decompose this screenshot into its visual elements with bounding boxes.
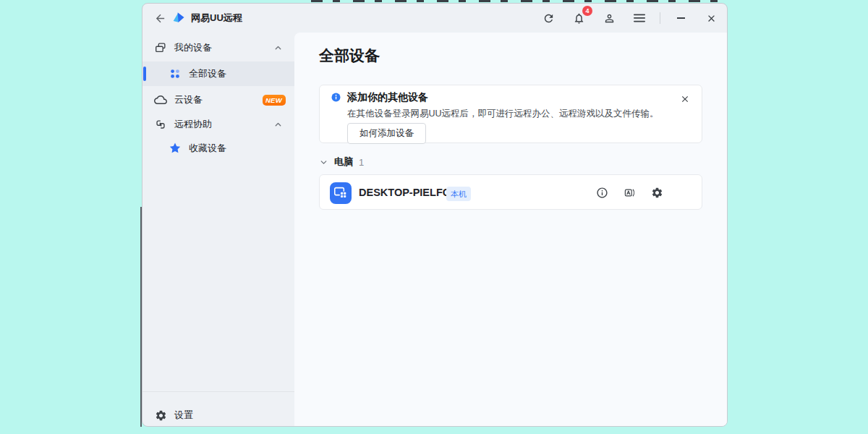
app-title: 网易UU远程 bbox=[191, 12, 242, 25]
menu-button[interactable] bbox=[629, 8, 650, 28]
notification-count-badge: 4 bbox=[582, 6, 592, 16]
device-settings-button[interactable] bbox=[650, 186, 664, 200]
account-button[interactable] bbox=[599, 8, 619, 28]
devices-icon bbox=[153, 41, 168, 55]
sidebar-item-my-devices[interactable]: 我的设备 bbox=[142, 37, 294, 59]
refresh-button[interactable] bbox=[538, 8, 558, 28]
info-circle-icon bbox=[596, 187, 608, 199]
sidebar-item-settings[interactable]: 设置 bbox=[142, 404, 294, 427]
titlebar-divider bbox=[660, 12, 660, 24]
remote-assist-icon bbox=[153, 117, 168, 132]
app-window: 网易UU远程 4 bbox=[142, 3, 728, 427]
new-badge: NEW bbox=[263, 95, 286, 106]
titlebar: 网易UU远程 4 bbox=[142, 4, 727, 33]
chevron-down-icon bbox=[319, 158, 328, 167]
device-group-label: 电脑 bbox=[334, 156, 353, 169]
local-machine-badge: 本机 bbox=[446, 187, 471, 201]
info-filled-icon bbox=[331, 92, 341, 103]
close-icon bbox=[680, 94, 690, 104]
arrow-left-icon bbox=[154, 12, 166, 25]
sidebar-divider bbox=[142, 391, 294, 392]
person-icon bbox=[603, 12, 616, 25]
sidebar-item-label: 我的设备 bbox=[174, 41, 212, 54]
minimize-icon bbox=[677, 17, 685, 19]
sidebar-item-label: 远程协助 bbox=[174, 118, 212, 131]
refresh-icon bbox=[542, 12, 555, 25]
back-button[interactable] bbox=[150, 8, 170, 28]
banner-title: 添加你的其他设备 bbox=[347, 91, 428, 104]
selected-indicator bbox=[143, 67, 146, 81]
chevron-up-icon bbox=[273, 43, 283, 53]
device-name: DESKTOP-PIELFOT bbox=[359, 187, 457, 198]
grid-dots-icon bbox=[168, 67, 182, 81]
device-row[interactable]: DESKTOP-PIELFOT 本机 bbox=[319, 174, 702, 210]
device-info-button[interactable] bbox=[595, 186, 609, 200]
sidebar-item-label: 云设备 bbox=[174, 93, 203, 106]
device-actions bbox=[595, 186, 664, 200]
sidebar-item-label: 全部设备 bbox=[189, 67, 226, 80]
how-to-add-device-button[interactable]: 如何添加设备 bbox=[347, 123, 426, 144]
close-icon bbox=[706, 13, 717, 24]
titlebar-actions: 4 bbox=[538, 8, 721, 28]
sidebar-item-favorite-devices[interactable]: 收藏设备 bbox=[142, 137, 294, 159]
gear-icon bbox=[651, 187, 663, 199]
sidebar-item-label: 收藏设备 bbox=[189, 142, 226, 155]
rename-icon bbox=[624, 187, 636, 199]
app-identity: 网易UU远程 bbox=[171, 4, 242, 33]
desktop-background: 网易UU远程 4 bbox=[0, 0, 868, 434]
sidebar-item-remote-assist[interactable]: 远程协助 bbox=[142, 114, 294, 135]
hamburger-icon bbox=[634, 13, 645, 23]
close-button[interactable] bbox=[701, 8, 721, 28]
banner-description: 在其他设备登录网易UU远程后，即可进行远程办公、远程游戏以及文件传输。 bbox=[347, 108, 659, 120]
sidebar: 我的设备 全部设备 bbox=[142, 33, 294, 427]
gear-icon bbox=[153, 408, 168, 422]
star-icon bbox=[168, 141, 182, 156]
main-panel: 全部设备 添加你的其他设备 在其他设备登录网易UU远程后，即可进行远程办公、远程… bbox=[294, 33, 728, 427]
banner-close-button[interactable] bbox=[677, 91, 693, 107]
app-logo-icon bbox=[171, 11, 186, 25]
device-group-header[interactable]: 电脑 1 bbox=[319, 156, 364, 169]
rename-device-button[interactable] bbox=[622, 186, 637, 200]
device-group-count: 1 bbox=[359, 157, 364, 168]
chevron-up-icon bbox=[273, 120, 283, 129]
cloud-icon bbox=[153, 93, 168, 107]
minimize-button[interactable] bbox=[671, 8, 691, 28]
sidebar-item-label: 设置 bbox=[174, 409, 193, 422]
computer-tile-icon bbox=[330, 182, 352, 204]
add-device-banner: 添加你的其他设备 在其他设备登录网易UU远程后，即可进行远程办公、远程游戏以及文… bbox=[319, 85, 702, 143]
notifications-button[interactable]: 4 bbox=[569, 8, 589, 28]
sidebar-item-all-devices[interactable]: 全部设备 bbox=[142, 61, 294, 86]
background-artifact bbox=[311, 0, 720, 2]
sidebar-item-cloud-devices[interactable]: 云设备 NEW bbox=[142, 89, 294, 111]
page-title: 全部设备 bbox=[319, 46, 380, 66]
